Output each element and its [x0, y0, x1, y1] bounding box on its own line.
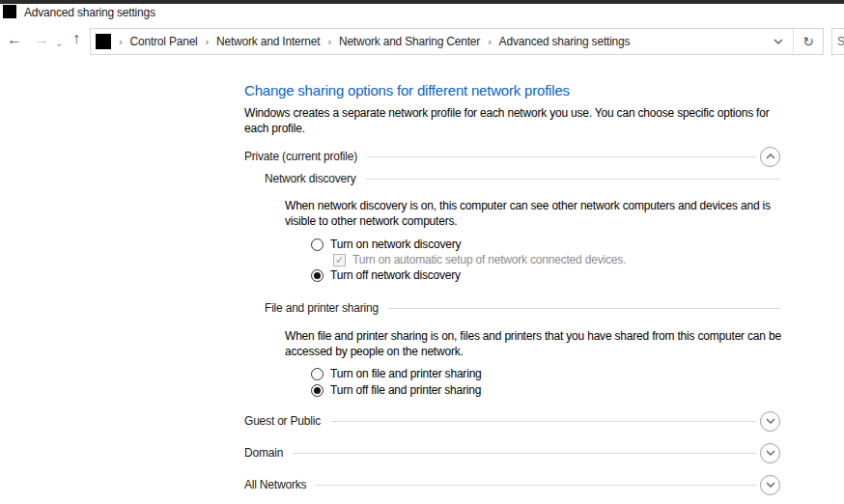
subsection-network-discovery: Network discovery [265, 168, 780, 189]
expand-all-networks-button[interactable] [760, 475, 780, 495]
radio-turn-off-network-discovery[interactable]: Turn off network discovery [311, 266, 461, 285]
chevron-down-icon [774, 39, 783, 44]
chevron-down-icon [766, 450, 775, 456]
guest-or-public-label: Guest or Public [244, 414, 321, 428]
radio-turn-off-file-printer-sharing[interactable]: Turn off file and printer sharing [311, 380, 481, 400]
section-divider [316, 485, 756, 486]
app-icon [3, 5, 16, 18]
intro-text: Windows creates a separate network profi… [244, 105, 781, 136]
collapse-private-button[interactable] [760, 147, 780, 167]
radio-label: Turn on file and printer sharing [330, 367, 482, 380]
breadcrumb-network-and-internet[interactable]: Network and Internet [216, 35, 320, 48]
advanced-sharing-settings-window: Advanced sharing settings ← → ⌄ ↑ › Cont… [0, 0, 844, 504]
expand-guest-or-public-button[interactable] [760, 411, 780, 432]
window-title: Advanced sharing settings [24, 6, 155, 19]
network-discovery-description: When network discovery is on, this compu… [285, 198, 783, 229]
breadcrumb-advanced-sharing-settings[interactable]: Advanced sharing settings [499, 35, 631, 48]
breadcrumb-separator-icon[interactable]: › [119, 36, 122, 47]
title-bar: Advanced sharing settings [0, 4, 844, 21]
section-domain: Domain [244, 442, 780, 463]
navigation-toolbar: ← → ⌄ ↑ › Control Panel › Network and In… [0, 21, 844, 58]
breadcrumb-separator-icon[interactable]: › [327, 36, 330, 47]
chevron-up-icon [766, 154, 775, 159]
section-guest-or-public: Guest or Public [244, 410, 780, 432]
breadcrumb-separator-icon[interactable]: › [206, 36, 209, 47]
file-printer-sharing-label: File and printer sharing [265, 301, 379, 315]
section-divider [388, 308, 780, 309]
page-title: Change sharing options for different net… [244, 82, 570, 98]
forward-button[interactable]: → [34, 32, 49, 47]
address-dropdown-button[interactable] [764, 29, 793, 54]
chevron-down-icon [766, 482, 775, 488]
section-divider [293, 453, 756, 454]
radio-selected-icon [311, 384, 324, 397]
checkbox-checked-disabled-icon: ✓ [333, 254, 346, 266]
checkbox-label: Turn on automatic setup of network conne… [352, 253, 626, 266]
section-divider [330, 421, 756, 422]
radio-label: Turn off network discovery [330, 268, 461, 282]
address-bar[interactable]: › Control Panel › Network and Internet ›… [90, 28, 824, 55]
radio-unselected-icon [311, 238, 324, 251]
up-button[interactable]: ↑ [72, 31, 80, 46]
search-input[interactable]: S [831, 28, 844, 55]
section-divider [366, 179, 780, 180]
refresh-icon: ↻ [802, 35, 814, 48]
all-networks-label: All Networks [244, 478, 306, 491]
section-private-label: Private (current profile) [244, 150, 357, 163]
expand-domain-button[interactable] [760, 443, 780, 463]
refresh-button[interactable]: ↻ [794, 29, 823, 54]
breadcrumb-separator-icon[interactable]: › [488, 36, 491, 47]
chevron-down-icon [766, 418, 775, 424]
section-all-networks: All Networks [244, 474, 780, 495]
breadcrumb-control-panel[interactable]: Control Panel [129, 35, 197, 48]
location-icon [96, 34, 111, 49]
back-button[interactable]: ← [7, 32, 22, 47]
file-printer-sharing-description: When file and printer sharing is on, fil… [285, 328, 783, 359]
radio-unselected-icon [311, 368, 324, 380]
radio-label: Turn off file and printer sharing [330, 383, 481, 397]
network-discovery-label: Network discovery [265, 172, 356, 185]
section-divider [367, 156, 756, 157]
breadcrumb-network-and-sharing-center[interactable]: Network and Sharing Center [339, 35, 480, 48]
subsection-file-printer-sharing: File and printer sharing [265, 297, 780, 319]
radio-selected-icon [311, 269, 324, 282]
radio-label: Turn on network discovery [330, 238, 461, 251]
search-text: S [837, 35, 844, 48]
domain-label: Domain [244, 446, 283, 460]
recent-locations-dropdown-icon[interactable]: ⌄ [55, 36, 63, 51]
section-private: Private (current profile) [244, 146, 780, 167]
